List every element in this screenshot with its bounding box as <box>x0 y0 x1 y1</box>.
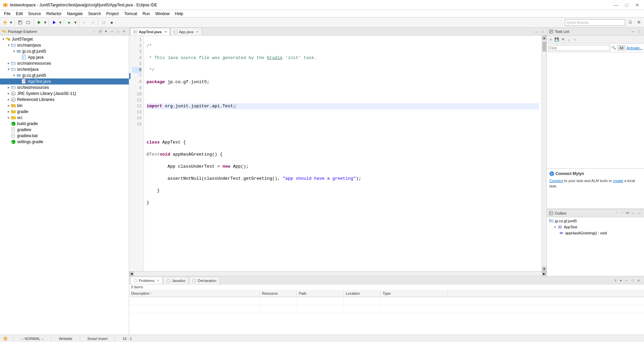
vertical-scrollbar[interactable]: ▲ ▼ <box>542 36 546 271</box>
tree-item-jre[interactable]: ► lib JRE System Library [JavaSE-11] <box>0 91 129 97</box>
tree-item-src-main-resources[interactable]: ► src/main/resources <box>0 60 129 66</box>
tree-item-pkg-main[interactable]: ▼ jp.co.gf.junit5 <box>0 48 129 54</box>
problems-minimize-icon[interactable]: — <box>624 278 629 283</box>
print-button[interactable] <box>24 19 32 26</box>
task-all-button[interactable]: All <box>618 45 625 51</box>
new-button[interactable] <box>1 19 9 26</box>
toolbar-layout-btn[interactable]: ☷ <box>627 19 634 26</box>
col-location[interactable]: Location <box>344 290 381 297</box>
menu-file[interactable]: File <box>1 11 13 17</box>
pkg-minimize-icon[interactable]: — <box>109 29 115 34</box>
tree-item-src-test-resources[interactable]: ► src/test/resources <box>0 84 129 91</box>
menu-run[interactable]: Run <box>140 11 153 17</box>
outline-minimize-icon[interactable]: — <box>631 211 636 216</box>
horizontal-scrollbar[interactable]: ◀ ▶ <box>129 271 546 276</box>
tree-item-gradlew[interactable]: ▼ gradlew <box>0 127 129 133</box>
toolbar-settings-btn[interactable]: ⚙ <box>635 19 643 26</box>
problems-filter-btn[interactable]: ▼ <box>619 278 623 283</box>
menu-navigate[interactable]: Navigate <box>64 11 85 17</box>
task-activate-button[interactable]: Activate... <box>627 46 643 50</box>
menu-edit[interactable]: Edit <box>13 11 25 17</box>
save-button[interactable] <box>16 19 24 26</box>
mylyn-create-link[interactable]: create <box>613 179 624 183</box>
close-button[interactable]: ✕ <box>633 2 641 8</box>
tree-item-gradle[interactable]: ► gradle <box>0 109 129 115</box>
tab-javadoc[interactable]: Javadoc <box>163 277 189 284</box>
run-dropdown[interactable]: ▼ <box>44 19 47 26</box>
outline-tree[interactable]: jp.co.gf.junit5 ▼ C AppTest <box>547 217 644 276</box>
menu-project[interactable]: Project <box>104 11 121 17</box>
menu-search[interactable]: Search <box>86 11 104 17</box>
editor-maximize-icon[interactable]: □ <box>540 29 545 35</box>
task-btn-4[interactable]: ↓ <box>566 37 572 42</box>
run-debug-button[interactable] <box>36 19 43 26</box>
package-explorer-tree[interactable]: ▼ Junt5Target ▼ src/main/java ▼ <box>0 36 129 335</box>
tab-app-close[interactable]: ✕ <box>196 30 199 34</box>
minimize-button[interactable]: — <box>612 2 620 8</box>
scroll-up-btn[interactable]: ▲ <box>542 36 547 40</box>
task-btn-3[interactable]: ✕ <box>560 37 566 42</box>
task-find-input[interactable] <box>548 45 610 51</box>
outline-item-method[interactable]: appHasAGreeting() : void <box>548 230 643 236</box>
perspective-btn2[interactable]: ■ <box>108 19 115 26</box>
task-maximize-icon[interactable]: □ <box>637 29 642 34</box>
outline-sort-btn[interactable]: AZ <box>625 211 630 215</box>
maximize-button[interactable]: □ <box>623 2 631 8</box>
run-ext-dropdown[interactable]: ▼ <box>74 19 77 26</box>
tree-item-junt5target[interactable]: ▼ Junt5Target <box>0 36 129 42</box>
quick-access-box[interactable]: Quick Access <box>565 19 625 26</box>
tree-item-apptest-java[interactable]: ▼ JT AppTest.java <box>0 78 129 84</box>
tab-declaration[interactable]: Declaration <box>189 277 219 284</box>
tree-item-src-test-java[interactable]: ▼ src/test/java <box>0 66 129 72</box>
code-content[interactable]: /* * This Java source file was generated… <box>144 36 542 271</box>
run-ext-btn[interactable]: ► <box>66 19 73 26</box>
menu-tomcat[interactable]: Tomcat <box>121 11 140 17</box>
problems-maximize-icon[interactable]: □ <box>630 278 635 283</box>
task-btn-1[interactable]: + <box>548 37 553 42</box>
menu-source[interactable]: Source <box>25 11 44 17</box>
tree-item-ref-libs[interactable]: ► lib Referenced Libraries <box>0 97 129 103</box>
outline-item-package[interactable]: jp.co.gf.junit5 <box>548 218 643 224</box>
tree-item-app-java[interactable]: ▼ J App.java <box>0 54 129 60</box>
tab-app-java[interactable]: J App.java ✕ <box>171 28 202 35</box>
outline-item-class[interactable]: ▼ C AppTest <box>548 224 643 230</box>
tree-item-bin[interactable]: ► bin <box>0 103 129 109</box>
tab-apptest-java[interactable]: JT AppTest.java ✕ <box>130 28 170 35</box>
mylyn-connect-link[interactable]: Connect <box>549 179 563 183</box>
pkg-maximize-icon[interactable]: □ <box>115 29 121 34</box>
outline-expand-btn[interactable]: ↓ <box>620 211 625 215</box>
problems-tab-close[interactable]: ✕ <box>157 279 160 282</box>
task-minimize-icon[interactable]: — <box>631 29 636 34</box>
scroll-right-btn[interactable]: ▶ <box>542 272 546 276</box>
debug-dropdown[interactable]: ▼ <box>59 19 62 26</box>
col-type[interactable]: Type <box>381 290 448 297</box>
col-description[interactable]: Description ↑ <box>129 290 260 297</box>
perspective-btn[interactable]: □ <box>100 19 107 26</box>
outline-maximize-icon[interactable]: □ <box>637 211 642 216</box>
tree-item-src-main-java[interactable]: ▼ src/main/java <box>0 42 129 48</box>
tab-apptest-close[interactable]: ✕ <box>164 30 167 34</box>
link-editor-icon[interactable]: 🔗 <box>97 29 103 34</box>
tree-item-build-gradle[interactable]: ▼ G build.gradle <box>0 121 129 127</box>
problems-export-btn[interactable]: ↧ <box>613 278 618 283</box>
task-btn-5[interactable]: ↑ <box>572 37 578 42</box>
collapse-all-icon[interactable]: ↕ <box>91 29 97 34</box>
col-path[interactable]: Path <box>297 290 344 297</box>
tree-item-gradlew-bat[interactable]: ▼ gradlew.bat <box>0 133 129 139</box>
tree-item-pkg-test[interactable]: ▼ jp.co.gf.junit5 <box>0 72 129 78</box>
menu-window[interactable]: Window <box>153 11 172 17</box>
scroll-left-btn[interactable]: ◀ <box>129 272 134 276</box>
menu-refactor[interactable]: Refactor <box>44 11 64 17</box>
scroll-down-btn[interactable]: ▼ <box>542 267 547 271</box>
debug-button[interactable] <box>51 19 58 26</box>
problems-close-icon[interactable]: ✕ <box>636 278 641 283</box>
pkg-close-icon[interactable]: ✕ <box>121 29 127 34</box>
tree-item-src[interactable]: ► src <box>0 115 129 121</box>
outline-collapse-btn[interactable]: ↑ <box>614 211 619 215</box>
tab-problems[interactable]: Problems ✕ <box>130 277 163 284</box>
tree-item-settings-gradle[interactable]: ▼ G settings.gradle <box>0 139 129 145</box>
menu-help[interactable]: Help <box>172 11 186 17</box>
code-editor[interactable]: 1 2 3 4 5 6 7 8 9 10 11 12 13 14 <box>129 36 546 271</box>
pkg-view-menu-icon[interactable]: ▼ <box>103 29 109 34</box>
task-btn-2[interactable]: 💾 <box>554 37 559 42</box>
